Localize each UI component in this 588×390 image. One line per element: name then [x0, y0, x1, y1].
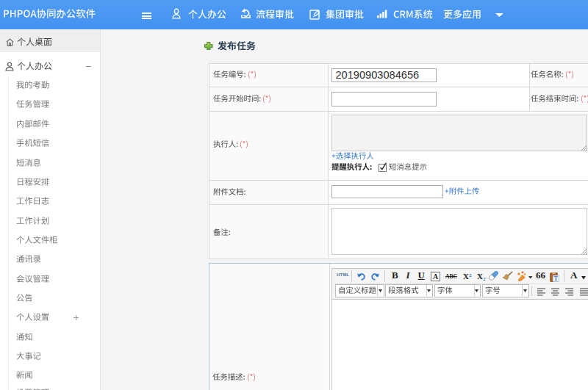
svg-text:T: T [554, 275, 558, 282]
